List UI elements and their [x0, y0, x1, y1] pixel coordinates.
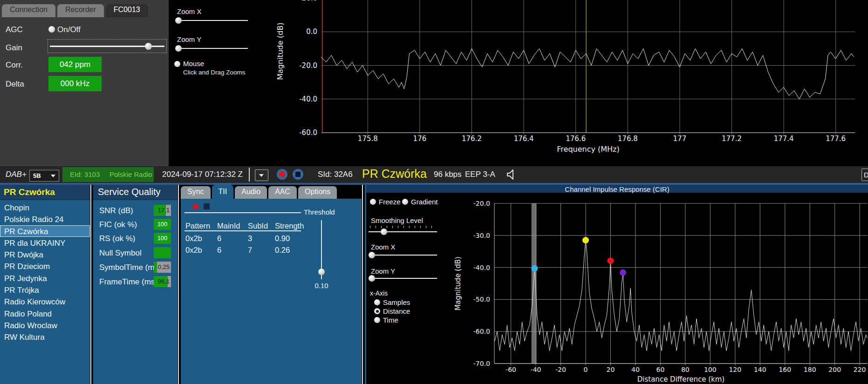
station-item[interactable]: Chopin	[0, 202, 90, 213]
device-tab-recorder[interactable]: Recorder	[57, 4, 104, 17]
svg-text:20: 20	[607, 366, 615, 373]
svg-text:-40.0: -40.0	[299, 95, 317, 103]
protection-label: EEP 3-A	[465, 170, 495, 179]
sq-row-label: RS (ok %)	[99, 234, 135, 243]
ensemble-id: EId: 3103	[70, 170, 100, 178]
gain-slider[interactable]	[48, 39, 167, 53]
channel-select[interactable]: 5B	[29, 170, 59, 182]
svg-text:177.2: 177.2	[722, 135, 742, 143]
station-item[interactable]: Radio Kierowców	[0, 296, 90, 307]
device-tab-bar: ConnectionRecorderFC0013	[2, 4, 148, 17]
datetime-label: 2024-09-17 07:12:32 Z	[162, 170, 243, 179]
svg-text:-40.0: -40.0	[473, 264, 490, 271]
service-quality-title: Service Quality	[93, 185, 178, 197]
speaker-icon[interactable]	[506, 168, 518, 181]
station-item[interactable]: PR Jedynka	[0, 272, 90, 284]
svg-text:176.6: 176.6	[566, 135, 586, 143]
tii-cell: 0x2b	[185, 246, 202, 255]
marker-red	[607, 257, 614, 264]
delta-label: Delta	[6, 80, 24, 89]
station-item[interactable]: PR Czwórka	[0, 225, 90, 237]
tii-tab-audio[interactable]: Audio	[235, 186, 267, 199]
gain-label: Gain	[6, 43, 22, 53]
svg-text:-20.0: -20.0	[473, 200, 490, 207]
partial-right-button[interactable]: D	[861, 168, 868, 181]
svg-text:176.4: 176.4	[514, 135, 534, 143]
station-item[interactable]: Radio Wroclaw	[0, 319, 90, 331]
tii-cell: 3	[248, 234, 252, 243]
station-item[interactable]: PR Trójka	[0, 284, 90, 296]
gain-slider-handle[interactable]	[145, 43, 152, 50]
spectrum-chart[interactable]: 175.8176176.2176.4176.6176.8177177.2177.…	[169, 0, 868, 166]
svg-text:-20: -20	[555, 366, 566, 373]
svg-text:-20.0: -20.0	[299, 61, 317, 70]
tii-panel: SyncTIIAudioAACOptions PatternMainIdSubI…	[181, 185, 362, 384]
splitter[interactable]	[362, 185, 363, 384]
cir-chart[interactable]: -60-40-20020406080100120140160180200220-…	[368, 193, 868, 384]
device-tab-fc0013[interactable]: FC0013	[106, 4, 148, 17]
marker-purple	[620, 269, 626, 276]
station-item[interactable]: Radio Poland	[0, 308, 90, 319]
stop-button[interactable]	[293, 169, 303, 180]
tii-col-header: Pattern	[185, 222, 210, 230]
status-bar: DAB+ 5B EId: 3103 Polskie Radio 2024-09-…	[0, 166, 868, 183]
application-window: ConnectionRecorderFC0013 AGC On/Off Gain…	[0, 0, 868, 384]
tii-col-header: MainId	[217, 222, 240, 230]
svg-text:120: 120	[729, 366, 741, 373]
station-item[interactable]: PR Dwójka	[0, 249, 90, 260]
sq-row-label: Null Symbol	[99, 249, 142, 258]
sq-row-label: FrameTime (ms)	[99, 277, 157, 287]
svg-text:-60.0: -60.0	[299, 128, 317, 137]
svg-text:Distance Difference (km): Distance Difference (km)	[637, 375, 724, 384]
svg-text:-40: -40	[531, 366, 541, 373]
chevron-down-icon	[51, 175, 55, 177]
station-list: ChopinPolskie Radio 24PR CzwórkaPR dla U…	[0, 200, 90, 343]
sq-row-bar: 96,1	[154, 276, 171, 287]
svg-text:-50.0: -50.0	[473, 296, 490, 303]
channel-value: 5B	[33, 172, 41, 179]
svg-text:80: 80	[681, 366, 690, 373]
svg-text:176: 176	[413, 135, 427, 143]
tii-col-header: Strength	[275, 222, 304, 230]
station-panel-header: PR Czwórka	[0, 185, 90, 197]
svg-text:176.2: 176.2	[462, 135, 482, 143]
record-button[interactable]	[277, 169, 287, 180]
tii-tab-options[interactable]: Options	[298, 186, 337, 199]
corr-value: 042 ppm	[48, 57, 102, 72]
service-id: SId: 32A6	[318, 170, 353, 179]
svg-text:20.0: 20.0	[302, 0, 317, 2]
svg-text:40: 40	[631, 366, 640, 373]
splitter[interactable]	[90, 185, 91, 384]
tii-cell: 6	[217, 234, 221, 243]
bitrate-label: 96 kbps	[434, 170, 462, 179]
sq-row-bar: 100	[154, 219, 171, 230]
device-tab-connection[interactable]: Connection	[2, 4, 55, 17]
tii-cell: 6	[217, 246, 221, 255]
tii-col-header: SubId	[248, 222, 268, 230]
splitter[interactable]	[178, 185, 179, 384]
agc-option-label: On/Off	[57, 25, 81, 34]
divider	[185, 212, 301, 213]
svg-text:-60: -60	[506, 366, 516, 373]
station-item[interactable]: PR Dzieciom	[0, 260, 90, 272]
agc-radio[interactable]	[48, 26, 55, 33]
svg-text:177.4: 177.4	[774, 135, 794, 143]
mode-label: DAB+	[6, 170, 27, 179]
tii-tab-bar: SyncTIIAudioAACOptions	[181, 185, 362, 199]
svg-text:160: 160	[779, 366, 791, 373]
svg-text:60: 60	[656, 366, 664, 373]
station-item[interactable]: RW Kultura	[0, 331, 90, 343]
sq-row-label: SymbolTime (ms)	[99, 263, 161, 272]
scope-select-button[interactable]	[255, 169, 268, 181]
tii-tab-sync[interactable]: Sync	[181, 186, 211, 199]
station-item[interactable]: PR dla UKRAINY	[0, 237, 90, 249]
agc-label: AGC	[6, 25, 23, 34]
station-item[interactable]: Polskie Radio 24	[0, 213, 90, 225]
sq-row-label: FIC (ok %)	[99, 220, 137, 229]
threshold-value: 0.10	[308, 282, 335, 290]
cir-title-band: Channel Impulse Response (CIR)	[366, 185, 868, 193]
threshold-slider-handle[interactable]	[318, 269, 325, 275]
tii-tab-aac[interactable]: AAC	[268, 186, 297, 199]
tii-tab-tii[interactable]: TII	[212, 185, 234, 199]
svg-text:Frequency (MHz): Frequency (MHz)	[557, 145, 619, 154]
